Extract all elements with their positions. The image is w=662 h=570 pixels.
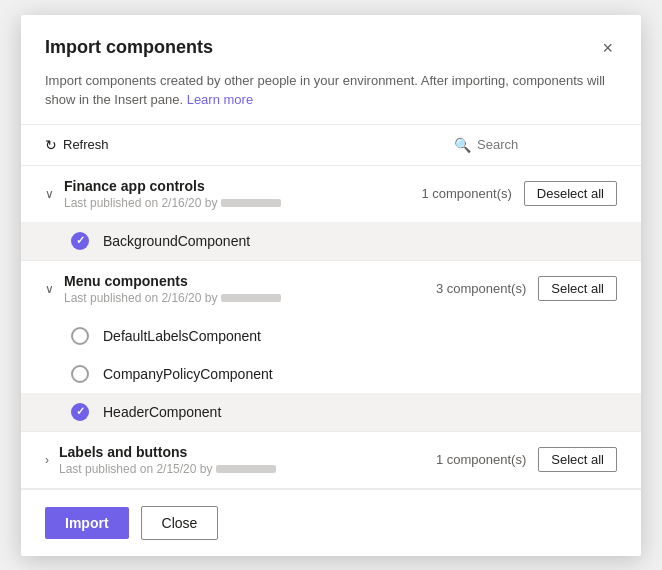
dialog-footer: Import Close	[21, 489, 641, 556]
toolbar: ↻ Refresh 🔍	[21, 124, 641, 166]
dialog-header: Import components ×	[21, 15, 641, 71]
group-labels-toggle[interactable]: ›	[45, 453, 49, 467]
radio-unchecked-icon	[71, 365, 89, 383]
labels-component-count: 1 component(s)	[436, 452, 526, 467]
group-finance-actions: 1 component(s) Deselect all	[421, 181, 617, 206]
component-background-label: BackgroundComponent	[103, 233, 250, 249]
group-menu-header: ∨ Menu components Last published on 2/16…	[21, 261, 641, 317]
group-menu-name: Menu components	[64, 273, 426, 289]
group-finance-toggle[interactable]: ∨	[45, 187, 54, 201]
group-labels-name: Labels and buttons	[59, 444, 426, 460]
learn-more-link[interactable]: Learn more	[187, 92, 253, 107]
group-menu-toggle[interactable]: ∨	[45, 282, 54, 296]
dialog-description: Import components created by other peopl…	[21, 71, 641, 124]
component-default-labels-label: DefaultLabelsComponent	[103, 328, 261, 344]
search-icon: 🔍	[454, 137, 471, 153]
close-icon-button[interactable]: ×	[598, 35, 617, 61]
component-default-labels[interactable]: DefaultLabelsComponent	[21, 317, 641, 355]
select-all-button-labels[interactable]: Select all	[538, 447, 617, 472]
select-all-button-menu[interactable]: Select all	[538, 276, 617, 301]
group-finance-header: ∨ Finance app controls Last published on…	[21, 166, 641, 222]
chevron-down-icon: ∨	[45, 187, 54, 201]
group-labels-header: › Labels and buttons Last published on 2…	[21, 432, 641, 488]
checkbox-checked-icon	[71, 403, 89, 421]
group-menu-actions: 3 component(s) Select all	[436, 276, 617, 301]
search-input[interactable]	[477, 137, 617, 152]
author-placeholder	[221, 199, 281, 207]
group-labels-actions: 1 component(s) Select all	[436, 447, 617, 472]
group-finance-name: Finance app controls	[64, 178, 411, 194]
finance-component-count: 1 component(s)	[421, 186, 511, 201]
import-button[interactable]: Import	[45, 507, 129, 539]
close-icon: ×	[602, 38, 613, 58]
search-container: 🔍	[454, 137, 617, 153]
group-labels-meta: Last published on 2/15/20 by	[59, 462, 426, 476]
group-menu-meta: Last published on 2/16/20 by	[64, 291, 426, 305]
checkbox-checked-icon	[71, 232, 89, 250]
author-placeholder	[216, 465, 276, 473]
refresh-icon: ↻	[45, 137, 57, 153]
import-components-dialog: Import components × Import components cr…	[21, 15, 641, 556]
author-placeholder	[221, 294, 281, 302]
component-company-policy[interactable]: CompanyPolicyComponent	[21, 355, 641, 393]
refresh-button[interactable]: ↻ Refresh	[45, 133, 109, 157]
refresh-label: Refresh	[63, 137, 109, 152]
chevron-down-icon: ∨	[45, 282, 54, 296]
menu-component-count: 3 component(s)	[436, 281, 526, 296]
group-finance-meta: Last published on 2/16/20 by	[64, 196, 411, 210]
component-header-label: HeaderComponent	[103, 404, 221, 420]
component-company-policy-label: CompanyPolicyComponent	[103, 366, 273, 382]
group-finance-app: ∨ Finance app controls Last published on…	[21, 166, 641, 261]
deselect-all-button-finance[interactable]: Deselect all	[524, 181, 617, 206]
component-background[interactable]: BackgroundComponent	[21, 222, 641, 260]
close-button[interactable]: Close	[141, 506, 219, 540]
chevron-right-icon: ›	[45, 453, 49, 467]
radio-unchecked-icon	[71, 327, 89, 345]
group-labels-info: Labels and buttons Last published on 2/1…	[59, 444, 426, 476]
dialog-title: Import components	[45, 37, 213, 58]
content-area: ∨ Finance app controls Last published on…	[21, 166, 641, 489]
group-finance-info: Finance app controls Last published on 2…	[64, 178, 411, 210]
component-header[interactable]: HeaderComponent	[21, 393, 641, 431]
group-labels-buttons: › Labels and buttons Last published on 2…	[21, 432, 641, 489]
group-menu-info: Menu components Last published on 2/16/2…	[64, 273, 426, 305]
group-menu-components: ∨ Menu components Last published on 2/16…	[21, 261, 641, 432]
